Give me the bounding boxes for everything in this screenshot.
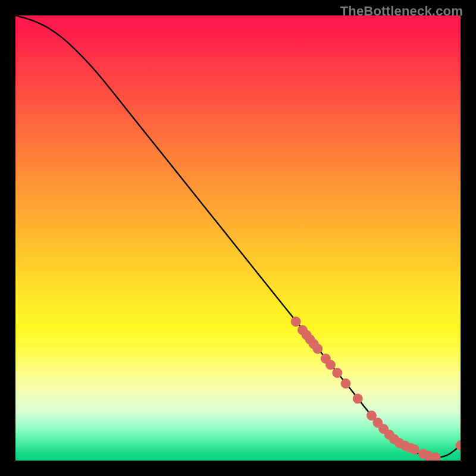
sample-marker — [341, 379, 350, 389]
bottleneck-curve — [15, 15, 461, 458]
sample-marker — [313, 344, 322, 353]
watermark-text: TheBottleneck.com — [340, 4, 463, 19]
sample-marker — [431, 453, 440, 461]
plot-area — [15, 15, 461, 461]
chart-canvas: TheBottleneck.com — [0, 0, 476, 476]
sample-marker — [333, 368, 342, 378]
sample-marker — [291, 317, 300, 327]
sample-markers-group — [291, 317, 461, 461]
sample-marker — [409, 444, 419, 454]
sample-marker — [326, 360, 336, 369]
sample-marker — [353, 394, 362, 403]
chart-overlay-svg — [15, 15, 461, 461]
